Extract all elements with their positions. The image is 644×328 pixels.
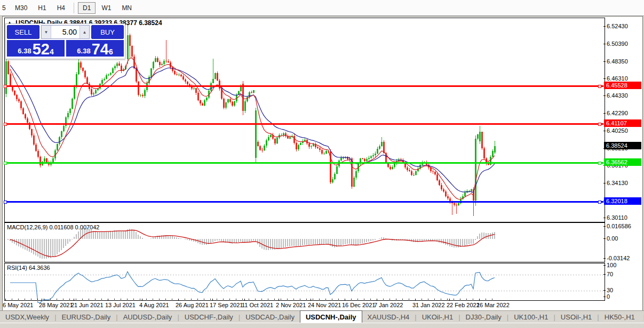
date-label: 6 May 2021 [3, 302, 33, 308]
chart-tab-hk50[interactable]: HK50-,H1 [599, 311, 640, 323]
chart-tab-dj30[interactable]: DJ30-,Daily [460, 311, 507, 323]
price-tick-label: 6.50390 [607, 41, 628, 47]
buy-quote[interactable]: 6.38 74 6 [66, 40, 124, 57]
rsi-tick [603, 265, 606, 266]
timeframe-button-h4[interactable]: H4 [52, 2, 70, 14]
price-tick [603, 26, 606, 27]
current-price-tag: 6.38524 [604, 142, 641, 149]
hline-price-tag: 6.36562 [604, 158, 641, 166]
chart-tab-usdcnh[interactable]: USDCNH-,Daily [300, 310, 362, 323]
price-tick-label: 6.52430 [607, 23, 628, 29]
chart-tab-xauusd[interactable]: XAUUSD-,H4 [362, 311, 415, 323]
price-tick [603, 78, 606, 79]
chart-tab-bar: USDX,Weekly|EURUSD-,Daily|AUDUSD-,Daily|… [0, 310, 644, 323]
macd-tick-label: -0.03142 [607, 255, 630, 261]
timeframe-button-mn[interactable]: MN [117, 2, 137, 14]
price-tick [603, 183, 606, 183]
mt4-terminal: { "toolbar":{"timeframes":[ {"label":"5"… [0, 0, 644, 328]
rsi-canvas[interactable] [5, 263, 603, 299]
sell-button[interactable]: SELL [7, 25, 39, 39]
price-tick [603, 44, 606, 44]
timeframe-button-m30[interactable]: M30 [10, 2, 32, 14]
rsi-tick-label: 70 [607, 271, 613, 277]
tab-nav-separator: | [640, 313, 644, 321]
date-label: 16 Mar 2022 [476, 302, 510, 308]
price-tick [603, 131, 606, 131]
chart-tab-usdcad[interactable]: USDCAD-,Daily [240, 311, 300, 323]
rsi-tick [603, 297, 606, 297]
price-tick-label: 6.44330 [607, 93, 628, 99]
buy-price-sup: 6 [109, 47, 113, 56]
volume-increase-icon[interactable]: ▲ [79, 26, 89, 38]
hline-price-tag: 6.41107 [604, 119, 641, 127]
price-tick-label: 6.34130 [607, 180, 628, 186]
date-label: 4 Aug 2021 [139, 302, 169, 308]
macd-tick-label: 0.016586 [607, 223, 631, 229]
rsi-tick-label: 100 [607, 262, 616, 268]
price-tick-label: 6.42290 [607, 110, 628, 116]
price-tick-label: 6.48350 [607, 59, 628, 65]
volume-input[interactable]: 5.00 [51, 26, 79, 38]
macd-tick-label: 0.00 [607, 236, 618, 242]
chart-tab-usdchf[interactable]: USDCHF-,Daily [179, 311, 238, 323]
date-label: 13 Jul 2021 [105, 302, 136, 308]
price-tick [603, 95, 606, 96]
timeframe-button-w1[interactable]: W1 [97, 2, 116, 14]
date-label: 22 Feb 2022 [447, 302, 480, 308]
date-label: 31 Jan 2022 [412, 302, 445, 308]
hline-price-tag: 6.32018 [604, 197, 641, 205]
hline-price-tag: 6.45528 [604, 82, 641, 89]
price-tick-label: 6.46310 [607, 76, 628, 82]
date-label: 21 Jun 2021 [71, 302, 104, 308]
macd-tick [603, 238, 606, 239]
price-tick-label: 6.30110 [607, 215, 627, 221]
chart-tab-usdx[interactable]: USDX,Weekly [0, 311, 54, 323]
one-click-trading-panel: SELL ▼ 5.00 ▲ BUY 6.38 52 4 6.38 74 6 [5, 23, 125, 59]
price-tick [603, 218, 606, 218]
date-label: 26 Aug 2021 [176, 302, 209, 308]
timeframe-toolbar: 5M30H1H4D1W1MN [0, 0, 644, 16]
date-label: 24 Nov 2021 [308, 302, 341, 308]
rsi-tick [603, 290, 606, 291]
rsi-tick [603, 274, 606, 275]
macd-tick [603, 258, 606, 259]
date-label: 17 Sep 2021 [210, 302, 243, 308]
timeframe-button-d1[interactable]: D1 [78, 2, 96, 14]
chart-tab-uk100[interactable]: UK100-,H1 [508, 311, 553, 323]
date-label: 11 Oct 2021 [242, 302, 273, 308]
rsi-pane[interactable] [4, 263, 605, 301]
rsi-tick-label: 30 [607, 287, 613, 293]
rsi-tick-label: 0 [607, 294, 610, 300]
date-label: 2 Nov 2021 [276, 302, 306, 308]
timeframe-button-h1[interactable]: H1 [33, 2, 51, 14]
toolbar-separator [74, 3, 74, 13]
volume-spinner: ▼ 5.00 ▲ [41, 25, 90, 39]
macd-indicator-label: MACD(12,26,9) 0.011608 0.007042 [7, 224, 99, 230]
buy-price-big: 74 [92, 42, 109, 56]
macd-tick [603, 226, 606, 227]
buy-price-prefix: 6.38 [77, 47, 90, 55]
volume-decrease-icon[interactable]: ▼ [42, 26, 51, 38]
chart-tab-ukoil[interactable]: UKOil-,H1 [417, 311, 459, 323]
price-tick [603, 113, 606, 114]
tab-nav: |◂▸ [640, 311, 644, 323]
price-tick [603, 61, 606, 62]
chart-tab-audusd[interactable]: AUDUSD-,Daily [118, 311, 178, 323]
sell-price-big: 52 [33, 42, 50, 56]
rsi-indicator-label: RSI(14) 64.3636 [7, 265, 50, 271]
ohlc-close: 6.38524 [139, 19, 162, 27]
chart-tab-usoil[interactable]: USOil-,H1 [555, 311, 598, 323]
date-label: 16 Dec 2021 [342, 302, 375, 308]
status-bar [0, 323, 644, 328]
sell-price-sup: 4 [50, 47, 54, 56]
date-label: 7 Jan 2022 [374, 302, 403, 308]
sell-quote[interactable]: 6.38 52 4 [7, 40, 65, 57]
chart-tab-eurusd[interactable]: EURUSD-,Daily [57, 311, 116, 323]
buy-button[interactable]: BUY [91, 25, 124, 39]
price-tick-label: 6.40250 [607, 128, 628, 134]
date-label: 28 May 2021 [39, 302, 73, 308]
sell-price-prefix: 6.38 [18, 47, 31, 55]
timeframe-button-5[interactable]: 5 [1, 2, 9, 14]
